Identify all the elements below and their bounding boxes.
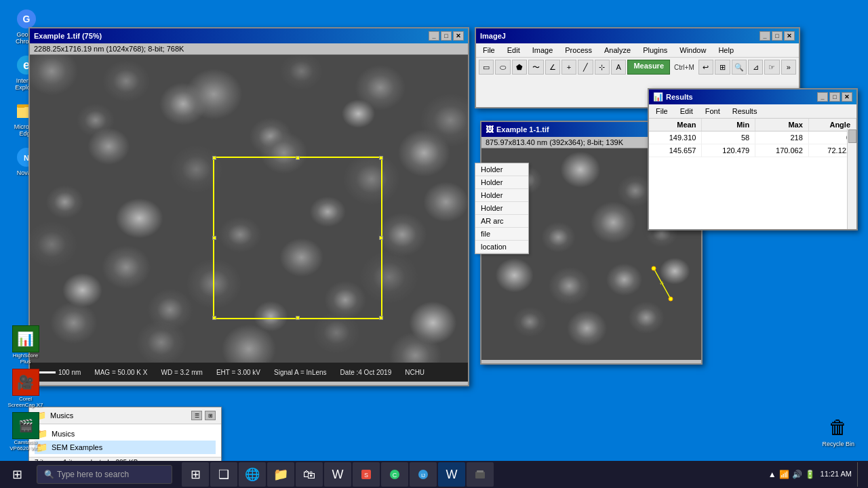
taskbar-app1[interactable]: S [353, 462, 380, 487]
results-menu-results[interactable]: Results [728, 106, 762, 117]
menu-help[interactable]: Help [714, 45, 738, 56]
measurement-line [633, 265, 674, 306]
menu-window[interactable]: Window [675, 45, 710, 56]
recycle-bin[interactable]: 🗑 Recycle Bin [822, 413, 854, 447]
results-menu-font[interactable]: Font [701, 106, 724, 117]
menu-file[interactable]: File [479, 45, 499, 56]
menu-plugins[interactable]: Plugins [639, 45, 671, 56]
svg-point-10 [652, 266, 656, 270]
more-tools-btn[interactable]: » [781, 60, 796, 75]
imagej-title: ImageJ [480, 32, 506, 40]
row1-max: 218 [755, 131, 809, 144]
taskbar-search-box[interactable]: 🔍 Type here to search [37, 465, 172, 484]
taskbar-store[interactable]: 🛍 [296, 462, 323, 487]
systray-network[interactable]: 📶 [779, 470, 789, 479]
sem-minimize-btn[interactable]: _ [429, 31, 439, 41]
handle-bot-left[interactable] [212, 316, 216, 320]
show-desktop-btn[interactable] [857, 462, 861, 487]
systray-volume[interactable]: 🔊 [792, 470, 802, 479]
taskbar-pinned-apps: ⊞ ❑ 🌐 📁 🛍 W S C IJ W [182, 462, 494, 487]
tool-extra-1[interactable]: ↩ [698, 60, 713, 75]
menu-edit[interactable]: Edit [503, 45, 524, 56]
list-item[interactable]: 📁 Musics [35, 427, 216, 441]
context-item-3[interactable]: Holder [475, 189, 528, 202]
app-camtasia[interactable]: 🎬 CamtasiaVP6620 Vir... [1, 412, 50, 451]
taskbar-app3[interactable]: IJ [410, 462, 437, 487]
wand-tool[interactable]: ⊹ [595, 60, 610, 75]
taskbar-edge[interactable]: 🌐 [239, 462, 266, 487]
rectangle-tool[interactable]: ▭ [479, 60, 494, 75]
scale-label: 100 nm [58, 369, 81, 376]
table-row: 149.310 58 218 0 [649, 131, 856, 144]
sem-wd: WD = 3.2 mm [161, 369, 202, 376]
handle-bot-right[interactable] [379, 316, 383, 320]
app-corel[interactable]: 🎥 CorelScreenCap X7 [1, 369, 50, 408]
taskbar-app4[interactable] [467, 462, 494, 487]
sem-maximize-btn[interactable]: □ [441, 31, 452, 41]
view-grid-btn[interactable]: ⊞ [205, 411, 216, 420]
results-menu-file[interactable]: File [652, 106, 672, 117]
handle-top-mid[interactable] [296, 156, 300, 160]
polygon-tool[interactable]: ⬟ [512, 60, 527, 75]
handle-mid-left[interactable] [212, 236, 216, 240]
zoom-tool[interactable]: 🔍 [732, 60, 747, 75]
svg-rect-19 [475, 472, 485, 479]
taskbar-explorer[interactable]: 📁 [267, 462, 294, 487]
handle-bot-mid[interactable] [296, 316, 300, 320]
handle-top-left[interactable] [212, 156, 216, 160]
pipette-tool[interactable]: ⊿ [748, 60, 763, 75]
menu-image[interactable]: Image [528, 45, 557, 56]
results-close-btn[interactable]: ✕ [842, 92, 852, 102]
list-item-selected[interactable]: 📁 SEM Examples [35, 441, 216, 454]
context-item-1[interactable]: Holder [475, 163, 528, 176]
taskbar-cortana[interactable]: ⊞ [182, 462, 209, 487]
context-item-2[interactable]: Holder [475, 176, 528, 189]
sem-close-btn[interactable]: ✕ [453, 31, 464, 41]
handle-top-right[interactable] [379, 156, 383, 160]
systray-battery[interactable]: 🔋 [805, 470, 815, 479]
results-minimize-btn[interactable]: _ [817, 92, 828, 102]
imagej-close-btn[interactable]: ✕ [784, 31, 795, 41]
results-scrollbar[interactable] [847, 129, 856, 229]
selection-rectangle[interactable] [213, 157, 382, 319]
imagej-minimize-btn[interactable]: _ [760, 31, 770, 41]
app-highscore[interactable]: 📊 HighScorePlus [1, 325, 50, 365]
sem-main-title: Example 1.tif (75%) [34, 32, 102, 40]
systray-up-arrow[interactable]: ▲ [768, 470, 776, 479]
taskbar-right-area: ▲ 📶 🔊 🔋 11:21 AM [768, 462, 868, 487]
measure-button[interactable]: Measure [627, 60, 670, 75]
taskbar-word2[interactable]: W [438, 462, 465, 487]
ellipse-tool[interactable]: ⬭ [495, 60, 510, 75]
taskbar-time-display: 11:21 AM [821, 469, 852, 479]
taskbar-task-view[interactable]: ❑ [210, 462, 237, 487]
text-tool[interactable]: A [611, 60, 626, 75]
line-tool[interactable]: ╱ [578, 60, 593, 75]
sem-date: Date :4 Oct 2019 [340, 369, 392, 376]
context-item-6[interactable]: file [475, 228, 528, 241]
results-menubar: File Edit Font Results [649, 104, 856, 119]
imagej-maximize-btn[interactable]: □ [772, 31, 783, 41]
taskbar-word[interactable]: W [324, 462, 351, 487]
context-item-7[interactable]: location [475, 241, 528, 253]
sem-signal: Signal A = InLens [274, 369, 327, 376]
hand-tool[interactable]: ☞ [764, 60, 779, 75]
context-item-5[interactable]: AR arc [475, 215, 528, 228]
results-maximize-btn[interactable]: □ [829, 92, 840, 102]
tool-extra-2[interactable]: ⊞ [715, 60, 730, 75]
context-item-4[interactable]: Holder [475, 202, 528, 215]
taskbar-app2[interactable]: C [381, 462, 408, 487]
search-icon: 🔍 [44, 470, 54, 479]
start-button[interactable]: ⊞ [0, 461, 34, 488]
svg-rect-20 [477, 470, 484, 472]
menu-analyze[interactable]: Analyze [600, 45, 635, 56]
view-list-btn[interactable]: ☰ [191, 411, 202, 420]
taskbar-clock[interactable]: 11:21 AM [821, 469, 852, 479]
scrollbar-thumb[interactable] [848, 129, 856, 143]
point-tool[interactable]: + [561, 60, 576, 75]
menu-process[interactable]: Process [561, 45, 596, 56]
angle-tool[interactable]: ∠ [545, 60, 560, 75]
handle-mid-right[interactable] [379, 236, 383, 240]
freehand-tool[interactable]: 〜 [528, 60, 543, 75]
recycle-bin-label: Recycle Bin [822, 441, 854, 447]
results-menu-edit[interactable]: Edit [676, 106, 697, 117]
